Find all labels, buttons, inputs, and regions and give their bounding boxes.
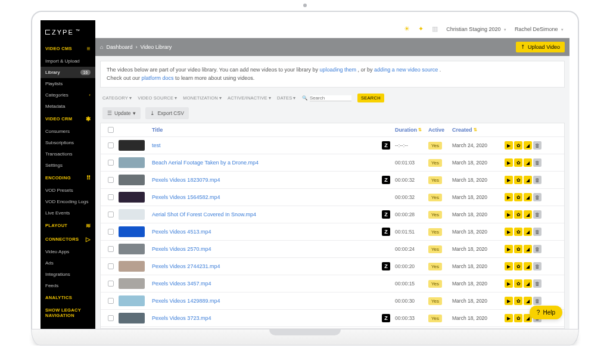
play-button[interactable]: ▶ <box>505 314 513 322</box>
row-checkbox[interactable] <box>108 177 114 183</box>
video-title-link[interactable]: test <box>152 142 382 148</box>
settings-button[interactable]: ✿ <box>514 141 522 150</box>
analytics-button[interactable]: ◢ <box>524 141 532 150</box>
sidebar-section-head[interactable]: VIDEO CRM✱ <box>41 112 95 126</box>
analytics-button[interactable]: ◢ <box>524 228 532 236</box>
video-title-link[interactable]: Aerial Shot Of Forest Covered In Snow.mp… <box>152 211 382 217</box>
video-title-link[interactable]: Pexels Videos 1429889.mp4 <box>152 298 382 304</box>
play-button[interactable]: ▶ <box>505 158 513 167</box>
sidebar-section-head[interactable]: ANALYTICS <box>41 291 95 304</box>
sidebar-section-head[interactable]: SHOW LEGACY NAVIGATION <box>41 304 95 322</box>
select-all-checkbox[interactable] <box>108 127 114 133</box>
delete-button[interactable]: 🗑 <box>533 245 541 253</box>
video-thumbnail[interactable] <box>119 278 145 289</box>
sidebar-item[interactable]: Ads <box>41 257 95 269</box>
home-icon[interactable]: ⌂ <box>100 44 103 50</box>
row-checkbox[interactable] <box>108 246 114 252</box>
settings-button[interactable]: ✿ <box>514 158 522 167</box>
add-video-source-link[interactable]: adding a new video source <box>374 67 438 73</box>
search-button[interactable]: SEARCH <box>357 94 384 102</box>
analytics-button[interactable]: ◢ <box>524 158 532 167</box>
account-switcher[interactable]: Christian Staging 2020 ▾ <box>446 26 506 32</box>
settings-button[interactable]: ✿ <box>514 228 522 236</box>
row-checkbox[interactable] <box>108 263 114 269</box>
settings-button[interactable]: ✿ <box>514 262 522 270</box>
video-thumbnail[interactable] <box>119 295 145 306</box>
sidebar-item[interactable]: VOD Encoding Logs <box>41 196 95 207</box>
analytics-button[interactable]: ◢ <box>524 193 532 201</box>
sidebar-section-head[interactable]: ENCODING⠿ <box>41 171 95 185</box>
delete-button[interactable]: 🗑 <box>533 193 541 201</box>
filter-active-inactive[interactable]: ACTIVE/INACTIVE▾ <box>228 95 271 101</box>
video-thumbnail[interactable] <box>119 244 145 254</box>
settings-icon[interactable]: ✦ <box>418 25 424 33</box>
play-button[interactable]: ▶ <box>505 141 513 150</box>
col-duration[interactable]: Duration⇅ <box>395 127 428 133</box>
analytics-button[interactable]: ◢ <box>524 297 532 305</box>
settings-button[interactable]: ✿ <box>514 245 522 253</box>
sidebar-item[interactable]: Video Apps <box>41 246 95 257</box>
sidebar-item[interactable]: Feeds <box>41 280 95 291</box>
video-title-link[interactable]: Pexels Videos 1823079.mp4 <box>152 177 382 183</box>
sidebar-item[interactable]: Playlists <box>41 78 95 89</box>
settings-button[interactable]: ✿ <box>514 297 522 305</box>
analytics-button[interactable]: ◢ <box>524 176 532 184</box>
settings-button[interactable]: ✿ <box>514 176 522 184</box>
filter-dates[interactable]: DATES▾ <box>277 95 296 101</box>
col-created[interactable]: Created⇅ <box>452 127 505 133</box>
row-checkbox[interactable] <box>108 160 114 166</box>
search-input[interactable] <box>310 95 351 101</box>
row-checkbox[interactable] <box>108 281 114 287</box>
delete-button[interactable]: 🗑 <box>533 228 541 236</box>
row-checkbox[interactable] <box>108 298 114 304</box>
delete-button[interactable]: 🗑 <box>533 262 541 270</box>
video-thumbnail[interactable] <box>119 140 145 151</box>
video-thumbnail[interactable] <box>119 192 145 203</box>
video-title-link[interactable]: Pexels Videos 3723.mp4 <box>152 315 382 321</box>
video-title-link[interactable]: Pexels Videos 4513.mp4 <box>152 229 382 235</box>
brand-logo[interactable]: ZYPE ™ <box>41 20 95 42</box>
delete-button[interactable]: 🗑 <box>533 141 541 150</box>
settings-button[interactable]: ✿ <box>514 314 522 322</box>
bulk-update-button[interactable]: ☰ Update ▾ <box>102 107 141 119</box>
delete-button[interactable]: 🗑 <box>533 158 541 167</box>
video-thumbnail[interactable] <box>119 313 145 323</box>
video-thumbnail[interactable] <box>119 175 145 185</box>
settings-button[interactable]: ✿ <box>514 210 522 219</box>
upload-video-button[interactable]: ⤒ Upload Video <box>516 42 565 52</box>
filter-category[interactable]: CATEGORY▾ <box>102 95 132 101</box>
sidebar-section-head[interactable]: PLAYOUT≋ <box>41 219 95 232</box>
play-button[interactable]: ▶ <box>505 193 513 201</box>
video-title-link[interactable]: Pexels Videos 2570.mp4 <box>152 246 382 252</box>
sidebar-item[interactable]: Categories‹ <box>41 89 95 101</box>
settings-button[interactable]: ✿ <box>514 279 522 288</box>
video-title-link[interactable]: Pexels Videos 2744231.mp4 <box>152 263 382 269</box>
analytics-button[interactable]: ◢ <box>524 210 532 219</box>
delete-button[interactable]: 🗑 <box>533 279 541 288</box>
uploading-them-link[interactable]: uploading them <box>320 67 357 73</box>
play-button[interactable]: ▶ <box>505 262 513 270</box>
sidebar-item[interactable]: Consumers <box>41 126 95 137</box>
sidebar-item[interactable]: Metadata <box>41 101 95 112</box>
sidebar-section-head[interactable]: CONNECTORS▷ <box>41 232 95 246</box>
row-checkbox[interactable] <box>108 229 114 235</box>
play-button[interactable]: ▶ <box>505 279 513 288</box>
video-thumbnail[interactable] <box>119 209 145 220</box>
analytics-button[interactable]: ◢ <box>524 262 532 270</box>
sidebar-item[interactable]: Library16 <box>41 67 95 78</box>
col-title[interactable]: Title <box>152 127 382 133</box>
video-thumbnail[interactable] <box>119 157 145 168</box>
play-button[interactable]: ▶ <box>505 297 513 305</box>
video-title-link[interactable]: Beach Aerial Footage Taken by a Drone.mp… <box>152 160 382 166</box>
video-thumbnail[interactable] <box>119 261 145 272</box>
col-active[interactable]: Active <box>428 127 452 133</box>
sidebar-item[interactable]: Live Events <box>41 207 95 219</box>
play-button[interactable]: ▶ <box>505 245 513 253</box>
row-checkbox[interactable] <box>108 211 114 217</box>
help-button[interactable]: ? Help <box>530 306 562 319</box>
filter-monetization[interactable]: MONETIZATION▾ <box>183 95 222 101</box>
row-checkbox[interactable] <box>108 194 114 200</box>
user-menu[interactable]: Rachel DeSimone ▾ <box>515 26 564 32</box>
breadcrumb-home[interactable]: Dashboard <box>106 44 132 50</box>
sidebar-section-head[interactable]: VIDEO CMS≡ <box>41 42 95 55</box>
